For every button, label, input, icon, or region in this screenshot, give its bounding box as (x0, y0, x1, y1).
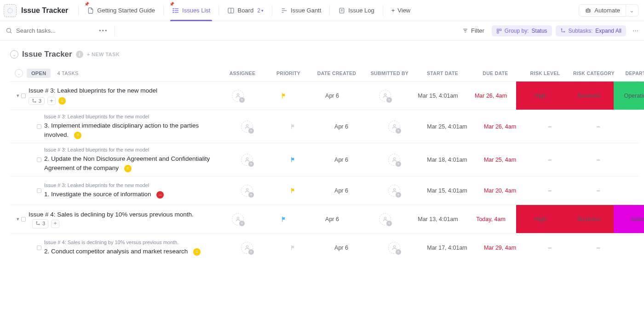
submitted-by-cell[interactable] (369, 110, 420, 143)
col-start-date[interactable]: START DATE (415, 70, 470, 76)
assignee-placeholder-icon[interactable] (241, 121, 253, 133)
submitter-placeholder-icon[interactable] (388, 242, 400, 254)
risk-level-cell[interactable]: – (525, 176, 574, 205)
priority-flag-icon[interactable] (290, 156, 297, 163)
assignee-cell[interactable] (222, 110, 272, 143)
status-square[interactable] (37, 124, 41, 129)
risk-level-cell[interactable]: – (525, 110, 574, 143)
priority-flag-icon[interactable] (290, 123, 297, 130)
due-date-cell[interactable]: Mar 26, 4am (475, 110, 525, 143)
priority-cell[interactable] (272, 110, 314, 143)
task-row[interactable]: Issue # 3: Leaked blueprints for the new… (10, 176, 639, 205)
start-date-cell[interactable]: Mar 15, 4:01am (420, 176, 475, 205)
due-date-cell[interactable]: Mar 25, 4am (475, 143, 525, 176)
add-subtask-button[interactable]: + (47, 97, 56, 105)
col-submitted-by[interactable]: SUBMITTED BY (364, 70, 415, 76)
task-name-cell[interactable]: Issue # 3: Leaked blueprints for the new… (29, 82, 213, 110)
submitted-by-cell[interactable] (360, 205, 410, 233)
submitter-placeholder-icon[interactable] (388, 154, 400, 166)
caret-down-icon[interactable]: ▾ (17, 216, 19, 222)
space-title[interactable]: Issue Tracker (21, 6, 68, 15)
toolbar-settings-button[interactable]: ⋯ (632, 27, 638, 34)
status-square[interactable] (37, 246, 41, 250)
task-name-cell[interactable]: Issue # 3: Leaked blueprints for the new… (44, 176, 222, 205)
start-date-cell[interactable]: Mar 13, 4:01am (410, 205, 466, 233)
add-subtask-button[interactable]: + (51, 220, 59, 228)
assignee-placeholder-icon[interactable] (232, 213, 244, 225)
risk-category-cell[interactable]: – (574, 110, 623, 143)
pause-circle-icon[interactable]: = (193, 248, 201, 256)
risk-level-cell[interactable]: High (516, 82, 565, 110)
col-risk-category[interactable]: RISK CATEGORY (569, 70, 618, 76)
start-date-cell[interactable]: Mar 25, 4:01am (420, 110, 475, 143)
minus-circle-icon[interactable]: – (156, 191, 164, 199)
col-date-created[interactable]: DATE CREATED (309, 70, 364, 76)
groupby-pill[interactable]: Group by: Status (492, 25, 552, 36)
assignee-placeholder-icon[interactable] (241, 185, 253, 197)
task-row[interactable]: ▾Issue # 4: Sales is declining by 10% ve… (10, 205, 639, 233)
submitted-by-cell[interactable] (369, 234, 420, 262)
assignee-cell[interactable] (213, 82, 263, 110)
assignee-cell[interactable] (213, 205, 263, 233)
subtask-count[interactable]: 3 (32, 219, 48, 228)
assignee-placeholder-icon[interactable] (241, 242, 253, 254)
tab-issue-gantt[interactable]: Issue Gantt (276, 0, 326, 21)
group-status-chip[interactable]: OPEN (27, 69, 51, 78)
priority-flag-icon[interactable] (290, 187, 297, 194)
status-square[interactable] (37, 158, 41, 162)
start-date-cell[interactable]: Mar 18, 4:01am (420, 143, 475, 176)
department-cell[interactable]: – (623, 176, 644, 205)
task-name-cell[interactable]: Issue # 3: Leaked blueprints for the new… (44, 143, 222, 176)
assignee-cell[interactable] (222, 176, 272, 205)
pause-circle-icon[interactable]: = (124, 165, 132, 172)
status-square[interactable] (37, 188, 41, 193)
task-name-cell[interactable]: Issue # 4: Sales is declining by 10% ver… (44, 234, 222, 262)
task-row[interactable]: Issue # 4: Sales is declining by 10% ver… (10, 233, 639, 262)
submitter-placeholder-icon[interactable] (388, 185, 400, 197)
more-options-button[interactable]: ••• (99, 27, 108, 34)
task-row[interactable]: Issue # 3: Leaked blueprints for the new… (10, 110, 639, 143)
automate-button[interactable]: Automate (579, 4, 626, 17)
status-square[interactable] (21, 94, 26, 98)
start-date-cell[interactable]: Mar 15, 4:01am (410, 82, 466, 110)
assignee-cell[interactable] (222, 143, 272, 176)
col-risk-level[interactable]: RISK LEVEL (521, 70, 569, 76)
search-input[interactable] (16, 27, 90, 34)
submitter-placeholder-icon[interactable] (379, 90, 391, 102)
task-row[interactable]: ▾Issue # 3: Leaked blueprints for the ne… (10, 81, 639, 110)
due-date-cell[interactable]: Mar 26, 4am (466, 82, 516, 110)
submitter-placeholder-icon[interactable] (388, 121, 400, 133)
task-name-cell[interactable]: Issue # 3: Leaked blueprints for the new… (44, 110, 222, 143)
new-task-button[interactable]: + NEW TASK (87, 52, 120, 57)
tab-getting-started[interactable]: 📌 Getting Started Guide (82, 0, 160, 21)
task-row[interactable]: Issue # 3: Leaked blueprints for the new… (10, 143, 639, 176)
risk-level-cell[interactable]: High (516, 205, 565, 233)
priority-flag-icon[interactable] (281, 92, 288, 99)
caret-down-icon[interactable]: ▾ (17, 93, 19, 99)
due-date-cell[interactable]: Today, 4am (466, 205, 516, 233)
assignee-placeholder-icon[interactable] (241, 154, 253, 166)
subtask-count[interactable]: 3 (29, 97, 45, 105)
add-view-button[interactable]: + View (387, 7, 415, 14)
risk-category-cell[interactable]: – (574, 176, 623, 205)
info-icon[interactable]: i (76, 51, 83, 58)
col-department[interactable]: DEPARTMENT (618, 70, 644, 76)
due-date-cell[interactable]: Mar 29, 4am (475, 234, 525, 262)
risk-level-cell[interactable]: – (525, 143, 574, 176)
department-cell[interactable]: Operations (614, 82, 644, 110)
priority-cell[interactable] (263, 205, 305, 233)
filter-button[interactable]: Filter (459, 25, 488, 36)
priority-flag-icon[interactable] (290, 244, 297, 251)
start-date-cell[interactable]: Mar 17, 4:01am (420, 234, 475, 262)
subtasks-pill[interactable]: Subtasks: Expand All (556, 25, 626, 36)
collapse-all-button[interactable]: ⌄ (10, 50, 18, 58)
tab-issues-list[interactable]: 📌 Issues List (167, 0, 215, 21)
priority-cell[interactable] (272, 143, 314, 176)
priority-flag-icon[interactable] (281, 216, 288, 222)
submitted-by-cell[interactable] (369, 176, 420, 205)
assignee-cell[interactable] (222, 234, 272, 262)
task-name-cell[interactable]: Issue # 4: Sales is declining by 10% ver… (29, 205, 213, 233)
risk-category-cell[interactable]: – (574, 143, 623, 176)
submitter-placeholder-icon[interactable] (379, 213, 391, 225)
due-date-cell[interactable]: Mar 20, 4am (475, 176, 525, 205)
